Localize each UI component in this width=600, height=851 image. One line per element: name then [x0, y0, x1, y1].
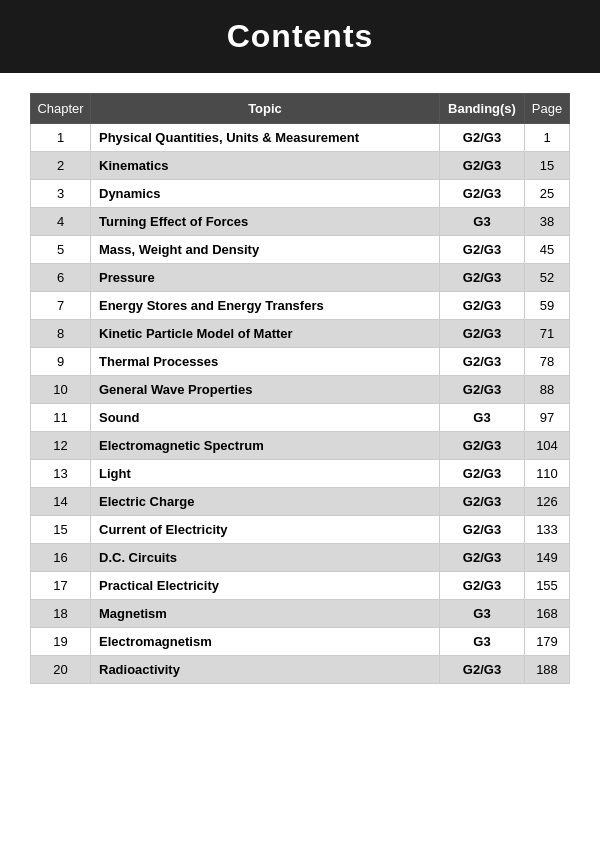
topic-cell: Dynamics	[91, 180, 440, 208]
table-row: 20RadioactivityG2/G3188	[31, 656, 570, 684]
banding-cell: G2/G3	[440, 656, 525, 684]
chapter-header: Chapter	[31, 94, 91, 124]
table-row: 11SoundG397	[31, 404, 570, 432]
table-row: 19ElectromagnetismG3179	[31, 628, 570, 656]
table-row: 10General Wave PropertiesG2/G388	[31, 376, 570, 404]
topic-header: Topic	[91, 94, 440, 124]
table-row: 2KinematicsG2/G315	[31, 152, 570, 180]
page-cell: 88	[525, 376, 570, 404]
chapter-cell: 17	[31, 572, 91, 600]
chapter-cell: 6	[31, 264, 91, 292]
topic-cell: Light	[91, 460, 440, 488]
page-cell: 155	[525, 572, 570, 600]
topic-cell: Pressure	[91, 264, 440, 292]
chapter-cell: 11	[31, 404, 91, 432]
page-cell: 38	[525, 208, 570, 236]
table-row: 12Electromagnetic SpectrumG2/G3104	[31, 432, 570, 460]
page-title: Contents	[30, 18, 570, 55]
page-cell: 59	[525, 292, 570, 320]
topic-cell: Magnetism	[91, 600, 440, 628]
banding-cell: G2/G3	[440, 292, 525, 320]
topic-cell: D.C. Circuits	[91, 544, 440, 572]
page-cell: 133	[525, 516, 570, 544]
chapter-cell: 16	[31, 544, 91, 572]
table-row: 15Current of ElectricityG2/G3133	[31, 516, 570, 544]
contents-table: Chapter Topic Banding(s) Page 1Physical …	[30, 93, 570, 684]
banding-cell: G2/G3	[440, 432, 525, 460]
topic-cell: Kinematics	[91, 152, 440, 180]
table-row: 4Turning Effect of ForcesG338	[31, 208, 570, 236]
chapter-cell: 19	[31, 628, 91, 656]
page-cell: 1	[525, 124, 570, 152]
topic-cell: Electromagnetism	[91, 628, 440, 656]
topic-cell: Mass, Weight and Density	[91, 236, 440, 264]
table-header-row: Chapter Topic Banding(s) Page	[31, 94, 570, 124]
chapter-cell: 13	[31, 460, 91, 488]
chapter-cell: 9	[31, 348, 91, 376]
banding-cell: G2/G3	[440, 124, 525, 152]
table-row: 16D.C. CircuitsG2/G3149	[31, 544, 570, 572]
banding-header: Banding(s)	[440, 94, 525, 124]
table-row: 9Thermal ProcessesG2/G378	[31, 348, 570, 376]
banding-cell: G2/G3	[440, 348, 525, 376]
table-row: 6PressureG2/G352	[31, 264, 570, 292]
chapter-cell: 14	[31, 488, 91, 516]
chapter-cell: 1	[31, 124, 91, 152]
topic-cell: Current of Electricity	[91, 516, 440, 544]
page-cell: 110	[525, 460, 570, 488]
topic-cell: Electromagnetic Spectrum	[91, 432, 440, 460]
page-cell: 52	[525, 264, 570, 292]
table-row: 14Electric ChargeG2/G3126	[31, 488, 570, 516]
page-cell: 45	[525, 236, 570, 264]
banding-cell: G2/G3	[440, 320, 525, 348]
page-cell: 104	[525, 432, 570, 460]
table-row: 17Practical ElectricityG2/G3155	[31, 572, 570, 600]
banding-cell: G2/G3	[440, 516, 525, 544]
topic-cell: Radioactivity	[91, 656, 440, 684]
chapter-cell: 10	[31, 376, 91, 404]
banding-cell: G2/G3	[440, 236, 525, 264]
chapter-cell: 12	[31, 432, 91, 460]
chapter-cell: 20	[31, 656, 91, 684]
chapter-cell: 3	[31, 180, 91, 208]
chapter-cell: 7	[31, 292, 91, 320]
chapter-cell: 4	[31, 208, 91, 236]
banding-cell: G3	[440, 404, 525, 432]
banding-cell: G2/G3	[440, 460, 525, 488]
topic-cell: Sound	[91, 404, 440, 432]
banding-cell: G3	[440, 208, 525, 236]
chapter-cell: 18	[31, 600, 91, 628]
topic-cell: General Wave Properties	[91, 376, 440, 404]
contents-table-container: Chapter Topic Banding(s) Page 1Physical …	[30, 93, 570, 684]
page-header: Contents	[0, 0, 600, 73]
topic-cell: Energy Stores and Energy Transfers	[91, 292, 440, 320]
topic-cell: Practical Electricity	[91, 572, 440, 600]
page-cell: 149	[525, 544, 570, 572]
banding-cell: G2/G3	[440, 264, 525, 292]
page-cell: 25	[525, 180, 570, 208]
table-row: 18MagnetismG3168	[31, 600, 570, 628]
page-cell: 126	[525, 488, 570, 516]
banding-cell: G2/G3	[440, 572, 525, 600]
table-row: 5Mass, Weight and DensityG2/G345	[31, 236, 570, 264]
table-row: 3DynamicsG2/G325	[31, 180, 570, 208]
banding-cell: G2/G3	[440, 180, 525, 208]
chapter-cell: 5	[31, 236, 91, 264]
chapter-cell: 2	[31, 152, 91, 180]
table-row: 13LightG2/G3110	[31, 460, 570, 488]
topic-cell: Turning Effect of Forces	[91, 208, 440, 236]
page-cell: 168	[525, 600, 570, 628]
topic-cell: Electric Charge	[91, 488, 440, 516]
banding-cell: G2/G3	[440, 376, 525, 404]
chapter-cell: 8	[31, 320, 91, 348]
page-cell: 97	[525, 404, 570, 432]
banding-cell: G2/G3	[440, 544, 525, 572]
banding-cell: G2/G3	[440, 488, 525, 516]
banding-cell: G3	[440, 628, 525, 656]
table-row: 1Physical Quantities, Units & Measuremen…	[31, 124, 570, 152]
topic-cell: Physical Quantities, Units & Measurement	[91, 124, 440, 152]
banding-cell: G3	[440, 600, 525, 628]
page-cell: 78	[525, 348, 570, 376]
chapter-cell: 15	[31, 516, 91, 544]
topic-cell: Thermal Processes	[91, 348, 440, 376]
